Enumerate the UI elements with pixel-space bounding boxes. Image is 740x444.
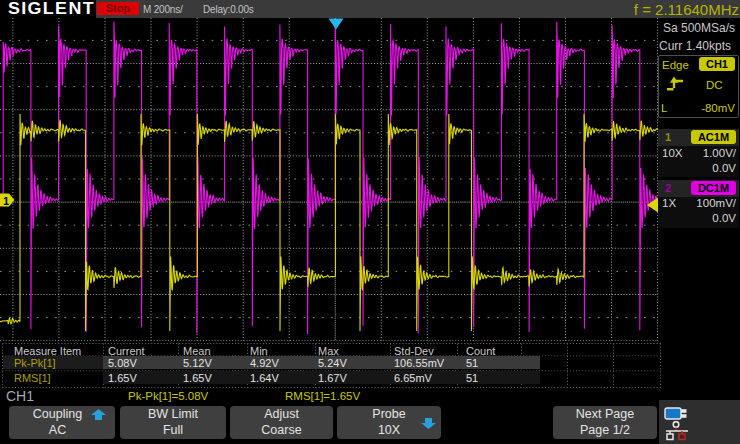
svg-text:1: 1: [3, 195, 9, 207]
